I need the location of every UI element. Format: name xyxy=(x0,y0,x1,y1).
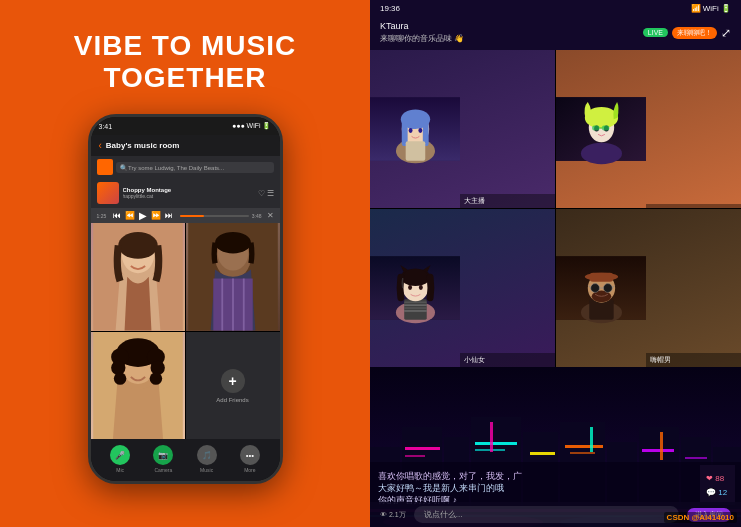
svg-text:大家好鸭～我是新人来串门的哦: 大家好鸭～我是新人来串门的哦 xyxy=(378,483,504,493)
prev-icon[interactable]: ⏮ xyxy=(113,211,121,220)
video-grid: + Add Friends xyxy=(91,223,280,439)
avatar-svg-1 xyxy=(370,50,460,208)
phone-header: ‹ Baby's music room xyxy=(91,135,280,156)
heart-icon[interactable]: ♡ xyxy=(258,189,265,198)
room-name: KTaura xyxy=(380,21,464,31)
svg-rect-101 xyxy=(700,465,735,505)
live-badge: LIVE xyxy=(643,28,668,37)
svg-point-52 xyxy=(408,285,412,290)
music-info: Choppy Montage happylittle.cat xyxy=(123,187,254,199)
svg-point-21 xyxy=(149,372,162,385)
mic-label: Mic xyxy=(116,467,124,473)
watermark: CSDN @AI414010 xyxy=(664,512,737,523)
svg-point-34 xyxy=(581,143,622,165)
music-player-bar: Choppy Montage happylittle.cat ♡ ☰ xyxy=(91,178,280,208)
avatar-name-3: 小仙女 xyxy=(460,353,555,367)
avatar-svg-4 xyxy=(556,209,646,367)
avatar-svg-3 xyxy=(370,209,460,367)
mic-button-group[interactable]: 🎤 Mic xyxy=(110,445,130,473)
svg-text:❤ 88: ❤ 88 xyxy=(706,474,725,483)
svg-rect-81 xyxy=(405,455,425,457)
right-status-bar: 19:36 📶 WiFi 🔋 xyxy=(370,0,741,17)
search-field[interactable]: 🔍 Try some Ludwig, The Daily Beats... xyxy=(116,162,274,173)
more-button-group[interactable]: ••• More xyxy=(240,445,260,473)
phone-mockup: 3:41 ●●● WiFi 🔋 ‹ Baby's music room 🔍 Tr… xyxy=(88,114,283,484)
queue-icon[interactable]: ☰ xyxy=(267,189,274,198)
person-avatar-1 xyxy=(91,223,185,331)
svg-rect-85 xyxy=(565,445,603,448)
right-header: KTaura 来聊聊你的音乐品味 👋 LIVE 来聊聊吧！ ⤢ xyxy=(370,17,741,50)
close-icon[interactable]: ✕ xyxy=(267,211,274,220)
music-label: Music xyxy=(200,467,213,473)
svg-rect-63 xyxy=(589,273,613,282)
svg-rect-80 xyxy=(405,447,440,450)
progress-track[interactable] xyxy=(180,215,249,217)
header-badges: LIVE 来聊聊吧！ ⤢ xyxy=(643,26,731,40)
room-title: Baby's music room xyxy=(106,141,179,150)
progress-bar-wrap: 1:25 ⏮ ⏪ ▶ ⏩ ⏭ 3:48 ✕ xyxy=(91,208,280,223)
music-search-bar: 🔍 Try some Ludwig, The Daily Beats... xyxy=(91,156,280,178)
expand-icon[interactable]: ⤢ xyxy=(721,26,731,40)
avatar-svg-2 xyxy=(556,50,646,208)
camera-label: Camera xyxy=(154,467,172,473)
svg-rect-31 xyxy=(406,141,426,161)
svg-rect-91 xyxy=(660,432,663,460)
playback-controls[interactable]: ⏮ ⏪ ▶ ⏩ ⏭ xyxy=(113,210,173,221)
svg-point-30 xyxy=(418,128,422,133)
svg-point-20 xyxy=(113,372,126,385)
phone-status-bar: 3:41 ●●● WiFi 🔋 xyxy=(91,117,280,135)
artist-name: happylittle.cat xyxy=(123,193,254,199)
room-subtitle: 来聊聊你的音乐品味 👋 xyxy=(380,33,464,44)
rewind-icon[interactable]: ⏪ xyxy=(125,211,135,220)
camera-button-group[interactable]: 📷 Camera xyxy=(153,445,173,473)
album-art xyxy=(97,182,119,204)
headline: VIBE TO MUSIC TOGETHER xyxy=(74,30,297,94)
right-time: 19:36 xyxy=(380,4,400,13)
video-cell-3 xyxy=(91,332,185,440)
more-button[interactable]: ••• xyxy=(240,445,260,465)
add-friends-cell[interactable]: + Add Friends xyxy=(186,332,280,440)
svg-text:💬 12: 💬 12 xyxy=(706,487,728,497)
comment-placeholder[interactable]: 说点什么... xyxy=(414,506,679,523)
svg-point-65 xyxy=(603,284,612,293)
headline-line1: VIBE TO MUSIC xyxy=(74,30,297,61)
avatar-grid: 大主播 xyxy=(370,50,741,367)
person-avatar-3 xyxy=(91,332,185,440)
progress-fill xyxy=(180,215,204,217)
camera-button[interactable]: 📷 xyxy=(153,445,173,465)
svg-rect-86 xyxy=(570,452,595,454)
avatar-name-2 xyxy=(646,204,741,208)
svg-text:喜欢你唱歌的感觉，对了，我发，广: 喜欢你唱歌的感觉，对了，我发，广 xyxy=(378,471,522,481)
music-button-group[interactable]: 🎵 Music xyxy=(197,445,217,473)
svg-point-3 xyxy=(118,232,157,259)
phone-signal: ●●● WiFi 🔋 xyxy=(232,122,272,130)
video-cell-1 xyxy=(91,223,185,331)
svg-rect-40 xyxy=(602,126,609,131)
svg-point-53 xyxy=(419,285,423,290)
right-phone-screen: 19:36 📶 WiFi 🔋 KTaura 来聊聊你的音乐品味 👋 LIVE 来… xyxy=(370,0,741,527)
phone-time: 3:41 xyxy=(99,123,113,130)
room-badge: 来聊聊吧！ xyxy=(672,27,717,39)
mic-button[interactable]: 🎤 xyxy=(110,445,130,465)
avatar-cell-2 xyxy=(556,50,741,208)
back-arrow-icon[interactable]: ‹ xyxy=(99,140,102,151)
music-thumb-small xyxy=(97,159,113,175)
play-icon[interactable]: ▶ xyxy=(139,210,147,221)
left-panel: VIBE TO MUSIC TOGETHER 3:41 ●●● WiFi 🔋 ‹… xyxy=(0,0,370,527)
headline-line2: TOGETHER xyxy=(103,62,266,93)
svg-point-7 xyxy=(215,232,251,254)
next-icon[interactable]: ⏭ xyxy=(165,211,173,220)
svg-rect-90 xyxy=(590,427,593,452)
add-icon[interactable]: + xyxy=(221,369,245,393)
right-header-info: KTaura 来聊聊你的音乐品味 👋 xyxy=(380,21,464,44)
avatar-cell-3: 小仙女 xyxy=(370,209,555,367)
time-elapsed: 1:25 xyxy=(97,213,107,219)
forward-icon[interactable]: ⏩ xyxy=(151,211,161,220)
avatar-cell-4: 嗨帽男 xyxy=(556,209,741,367)
comment-input-area[interactable]: 说点什么... xyxy=(414,506,679,523)
time-total: 3:48 xyxy=(252,213,262,219)
music-button[interactable]: 🎵 xyxy=(197,445,217,465)
svg-rect-87 xyxy=(642,449,674,452)
svg-rect-39 xyxy=(592,126,599,131)
svg-point-29 xyxy=(409,128,413,133)
